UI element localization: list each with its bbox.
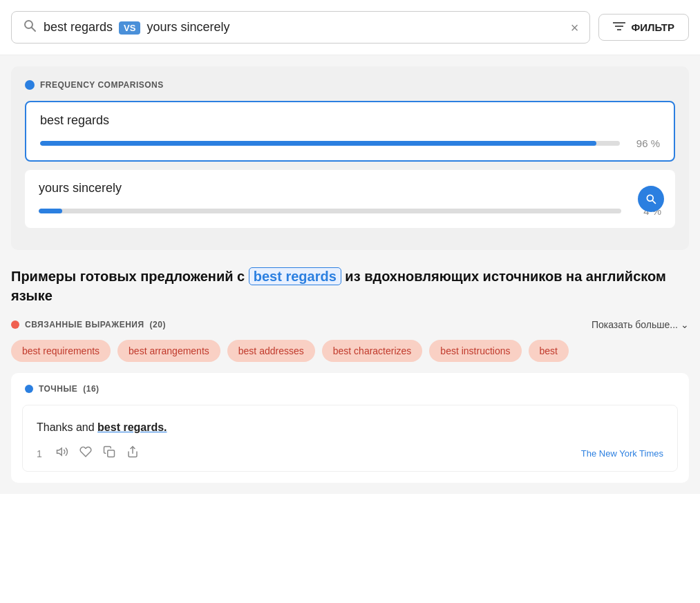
frequency-bar-fill-2 bbox=[39, 209, 62, 213]
frequency-dot bbox=[25, 80, 35, 90]
examples-heading: Примеры готовых предложений с best regar… bbox=[11, 267, 689, 305]
tag-best[interactable]: best bbox=[529, 340, 569, 362]
exact-section: ТОЧНЫЕ (16) Thanks and best regards. 1 bbox=[11, 373, 689, 483]
frequency-bar-2: 4 % bbox=[39, 205, 661, 217]
tag-best-arrangements[interactable]: best arrangements bbox=[117, 340, 220, 362]
frequency-bar-track-2 bbox=[39, 209, 621, 213]
examples-highlight: best regards bbox=[249, 267, 341, 285]
exact-title: ТОЧНЫЕ bbox=[39, 384, 77, 394]
show-more-label: Показать больше... bbox=[592, 319, 678, 330]
frequency-bar-fill-1 bbox=[40, 141, 596, 146]
svg-line-1 bbox=[32, 28, 36, 32]
frequency-item-label-2: yours sincerely bbox=[39, 181, 661, 195]
search-text: best regards VS yours sincerely bbox=[44, 20, 564, 35]
card-number-1: 1 bbox=[37, 448, 42, 459]
filter-icon bbox=[613, 21, 625, 33]
svg-rect-8 bbox=[108, 450, 115, 457]
tag-best-instructions[interactable]: best instructions bbox=[429, 340, 521, 362]
frequency-item-label-1: best regards bbox=[40, 113, 660, 128]
frequency-label: FREQUENCY COMPARISONS bbox=[25, 80, 675, 90]
related-count: (20) bbox=[150, 320, 166, 329]
frequency-section: FREQUENCY COMPARISONS best regards 96 % … bbox=[11, 66, 689, 250]
tag-best-addresses[interactable]: best addresses bbox=[227, 340, 315, 362]
vs-badge: VS bbox=[119, 21, 140, 35]
examples-prefix: Примеры готовых предложений с bbox=[11, 269, 245, 284]
clear-search-button[interactable]: × bbox=[571, 21, 579, 35]
tag-best-characterizes[interactable]: best characterizes bbox=[322, 340, 423, 362]
frequency-item-2: yours sincerely 4 % bbox=[25, 170, 675, 228]
search-bar: best regards VS yours sincerely × ФИЛЬТР bbox=[0, 0, 700, 55]
filter-label: ФИЛЬТР bbox=[631, 21, 674, 33]
share-button[interactable] bbox=[126, 446, 139, 461]
search-icon bbox=[23, 19, 37, 36]
frequency-title: FREQUENCY COMPARISONS bbox=[40, 80, 164, 90]
frequency-bar-1: 96 % bbox=[40, 137, 660, 149]
exact-card-1: Thanks and best regards. 1 bbox=[22, 405, 678, 472]
filter-button[interactable]: ФИЛЬТР bbox=[598, 14, 689, 41]
tag-best-requirements[interactable]: best requirements bbox=[11, 340, 111, 362]
exact-sentence-1: Thanks and best regards. bbox=[37, 419, 663, 436]
main-content: FREQUENCY COMPARISONS best regards 96 % … bbox=[0, 55, 700, 494]
related-label: СВЯЗАННЫЕ ВЫРАЖЕНИЯ (20) bbox=[11, 320, 166, 329]
show-more-button[interactable]: Показать больше... ⌄ bbox=[592, 319, 689, 330]
search-term1: best regards bbox=[44, 20, 113, 34]
svg-marker-7 bbox=[57, 448, 62, 456]
exact-header: ТОЧНЫЕ (16) bbox=[11, 373, 689, 405]
card-actions-1: 1 bbox=[37, 446, 663, 461]
source-link-1[interactable]: The New York Times bbox=[581, 448, 663, 459]
sentence-plain-1: Thanks and bbox=[37, 421, 97, 433]
copy-button[interactable] bbox=[103, 446, 115, 461]
frequency-item-1: best regards 96 % bbox=[25, 101, 675, 162]
related-dot bbox=[11, 320, 19, 329]
related-header: СВЯЗАННЫЕ ВЫРАЖЕНИЯ (20) Показать больше… bbox=[11, 319, 689, 330]
search-term2: yours sincerely bbox=[146, 20, 229, 34]
volume-button[interactable] bbox=[56, 446, 68, 461]
tags-row: best requirements best arrangements best… bbox=[11, 340, 689, 362]
exact-count: (16) bbox=[83, 384, 99, 394]
sentence-bold-1: best regards. bbox=[97, 421, 167, 433]
related-section: СВЯЗАННЫЕ ВЫРАЖЕНИЯ (20) Показать больше… bbox=[11, 319, 689, 362]
svg-line-6 bbox=[652, 200, 655, 203]
search-input-box[interactable]: best regards VS yours sincerely × bbox=[11, 11, 590, 44]
search-mini-button[interactable] bbox=[638, 186, 664, 212]
frequency-percent-1: 96 % bbox=[627, 137, 660, 149]
chevron-down-icon: ⌄ bbox=[681, 319, 689, 330]
related-title: СВЯЗАННЫЕ ВЫРАЖЕНИЯ bbox=[25, 320, 144, 329]
exact-dot bbox=[25, 385, 33, 393]
heart-button[interactable] bbox=[79, 446, 92, 461]
frequency-bar-track-1 bbox=[40, 141, 620, 146]
